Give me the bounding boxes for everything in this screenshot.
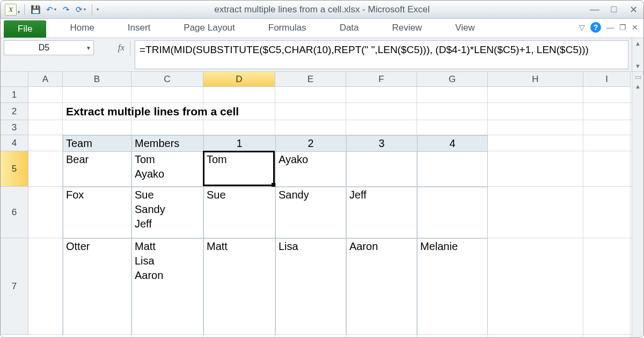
- cell-G4[interactable]: 4: [417, 135, 488, 151]
- cell-E6[interactable]: Sandy: [275, 187, 346, 238]
- tab-insert[interactable]: Insert: [118, 19, 160, 38]
- cell-C5[interactable]: Tom Ayako: [131, 151, 203, 187]
- help-button[interactable]: ?: [590, 22, 601, 33]
- formula-expand-icon[interactable]: ▼: [635, 63, 641, 69]
- scroll-up-icon[interactable]: ▲: [635, 83, 641, 90]
- fx-label[interactable]: fx: [94, 40, 130, 55]
- file-tab[interactable]: File: [4, 20, 46, 38]
- cell-E7[interactable]: Lisa: [275, 238, 346, 335]
- ribbon-minimize-icon[interactable]: ▽: [579, 23, 585, 32]
- row-header-1[interactable]: 1: [1, 87, 28, 103]
- maximize-button[interactable]: □: [608, 4, 620, 16]
- workbook-restore-button[interactable]: ❐: [619, 23, 626, 32]
- cell-B5[interactable]: Bear: [63, 151, 131, 187]
- cell-G5[interactable]: [417, 151, 488, 187]
- column-header-I[interactable]: I: [583, 72, 631, 87]
- tab-formulas[interactable]: Formulas: [259, 19, 316, 38]
- cell-D4[interactable]: 1: [203, 135, 275, 151]
- undo-icon: ↶: [46, 5, 53, 14]
- quick-access-toolbar: X ▾ 💾 ↶▾ ↷ ⟳▾ ▾: [5, 3, 99, 16]
- column-header-A[interactable]: A: [28, 72, 63, 87]
- column-header-D[interactable]: D: [203, 72, 275, 87]
- row-headers: 1234567: [1, 87, 28, 338]
- cell-F5[interactable]: [346, 151, 417, 187]
- cell-C7[interactable]: Matt Lisa Aaron: [131, 238, 203, 335]
- column-header-F[interactable]: F: [346, 72, 417, 87]
- refresh-icon: ⟳: [76, 5, 83, 14]
- cell-B4[interactable]: Team: [63, 135, 131, 151]
- cell-G7[interactable]: Melanie: [417, 238, 488, 335]
- column-header-B[interactable]: B: [63, 72, 131, 87]
- cell-G6[interactable]: [417, 187, 488, 238]
- select-all-corner[interactable]: [1, 72, 28, 87]
- column-header-C[interactable]: C: [131, 72, 203, 87]
- refresh-button[interactable]: ⟳▾: [74, 3, 87, 16]
- minimize-button[interactable]: —: [589, 4, 601, 16]
- tab-home[interactable]: Home: [60, 19, 104, 38]
- column-header-H[interactable]: H: [488, 72, 583, 87]
- formula-scroll-up-icon[interactable]: ▲: [635, 40, 641, 47]
- row-header-6[interactable]: 6: [1, 187, 28, 238]
- tab-view[interactable]: View: [445, 19, 485, 38]
- row-header-3[interactable]: 3: [1, 120, 28, 135]
- cell-E4[interactable]: 2: [275, 135, 346, 151]
- cell-F4[interactable]: 3: [346, 135, 417, 151]
- cell-B7[interactable]: Otter: [63, 238, 131, 335]
- spreadsheet-grid: ABCDEFGHI 1234567 Extract multiple lines…: [1, 72, 643, 338]
- row-header-5[interactable]: 5: [1, 151, 28, 187]
- formula-bar: D5 ▼ fx =TRIM(MID(SUBSTITUTE($C5,CHAR(10…: [1, 38, 643, 72]
- column-header-G[interactable]: G: [417, 72, 488, 87]
- redo-button[interactable]: ↷: [60, 3, 72, 16]
- logo-dropdown-icon[interactable]: ▾: [18, 10, 20, 14]
- column-header-E[interactable]: E: [275, 72, 346, 87]
- cell-D6[interactable]: Sue: [203, 187, 275, 238]
- tab-data[interactable]: Data: [330, 19, 369, 38]
- close-button[interactable]: ✕: [627, 4, 639, 16]
- cell-C6[interactable]: Sue Sandy Jeff: [131, 187, 203, 238]
- tab-review[interactable]: Review: [383, 19, 432, 38]
- row-header-7[interactable]: 7: [1, 238, 28, 335]
- cell-C4[interactable]: Members: [131, 135, 203, 151]
- undo-button[interactable]: ↶▾: [45, 3, 58, 16]
- name-box[interactable]: D5 ▼: [4, 40, 94, 55]
- cell-E5[interactable]: Ayako: [275, 151, 346, 187]
- redo-icon: ↷: [63, 5, 70, 14]
- name-box-dropdown-icon[interactable]: ▼: [84, 45, 93, 51]
- split-handle-icon[interactable]: ▭: [635, 73, 641, 81]
- vertical-scrollbar[interactable]: ▭ ▲: [632, 72, 643, 338]
- title-bar: X ▾ 💾 ↶▾ ↷ ⟳▾ ▾ extract multiple lines f…: [1, 1, 643, 19]
- workbook-close-button[interactable]: ✕: [632, 23, 638, 32]
- excel-logo[interactable]: X: [5, 4, 17, 16]
- cells-area[interactable]: Extract multiple lines from a cellTeamMe…: [28, 87, 632, 338]
- cell-D5[interactable]: Tom: [203, 151, 275, 187]
- row-header-4[interactable]: 4: [1, 135, 28, 151]
- cell-F6[interactable]: Jeff: [346, 187, 417, 238]
- tab-page-layout[interactable]: Page Layout: [174, 19, 244, 38]
- qat-customize-icon[interactable]: ▾: [97, 7, 99, 12]
- row-header-2[interactable]: 2: [1, 103, 28, 120]
- title-cell[interactable]: Extract multiple lines from a cell: [63, 103, 385, 120]
- column-headers: ABCDEFGHI: [28, 72, 631, 87]
- save-button[interactable]: 💾: [29, 3, 42, 16]
- window-controls: — □ ✕: [589, 4, 639, 16]
- workbook-minimize-button[interactable]: —: [606, 23, 614, 32]
- save-icon: 💾: [31, 5, 41, 14]
- ribbon-tabs: File HomeInsertPage LayoutFormulasDataRe…: [1, 19, 643, 38]
- cell-D7[interactable]: Matt: [203, 238, 275, 335]
- cell-F7[interactable]: Aaron: [346, 238, 417, 335]
- formula-bar-scroll: ▲ ▼: [632, 38, 643, 71]
- formula-input[interactable]: =TRIM(MID(SUBSTITUTE($C5,CHAR(10),REPT("…: [135, 40, 628, 69]
- cell-B6[interactable]: Fox: [63, 187, 131, 238]
- name-box-value: D5: [4, 43, 84, 53]
